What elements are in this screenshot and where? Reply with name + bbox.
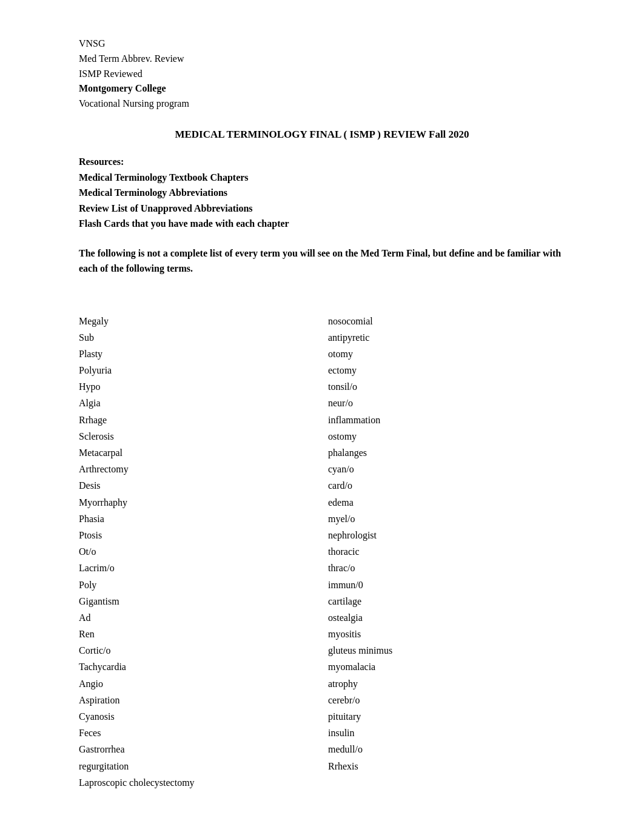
left-term-18: Ad [79,609,322,626]
right-term-13: myel/o [328,511,565,527]
right-term-23: atrophy [328,676,565,692]
header-line4: Montgomery College [79,81,565,96]
right-term-28: Rrhexis [328,758,565,774]
left-term-9: Arthrectomy [79,461,322,477]
left-term-14: Ot/o [79,543,322,560]
header-line3: ISMP Reviewed [79,67,565,82]
right-term-7: inflammation [328,412,565,428]
left-term-22: Angio [79,676,322,692]
left-term-11: Myorrhaphy [79,494,322,511]
left-term-23: Aspiration [79,692,322,708]
right-term-12: edema [328,494,565,511]
right-term-20: myositis [328,626,565,642]
left-term-13: Ptosis [79,527,322,543]
resource-item-1: Medical Terminology Textbook Chapters [79,170,565,186]
resources-label: Resources: [79,156,124,167]
left-term-27: regurgitation [79,758,322,774]
right-term-10: cyan/o [328,461,565,477]
terms-row: MegalySubPlastyPolyuriaHypoAlgiaRrhageSc… [79,313,565,791]
right-term-9: phalanges [328,444,565,461]
right-term-21: gluteus minimus [328,642,565,659]
right-term-15: thoracic [328,543,565,560]
col-right: nosocomialantipyreticotomyectomytonsil/o… [322,313,565,791]
resource-item-2: Medical Terminology Abbreviations [79,185,565,201]
left-term-16: Poly [79,577,322,593]
col-left: MegalySubPlastyPolyuriaHypoAlgiaRrhageSc… [79,313,322,791]
left-term-3: Polyuria [79,362,322,378]
description-block: The following is not a complete list of … [79,246,565,277]
resources-block: Resources: Medical Terminology Textbook … [79,154,565,232]
left-term-2: Plasty [79,346,322,362]
left-term-19: Ren [79,626,322,642]
right-term-0: nosocomial [328,313,565,329]
header-line5: Vocational Nursing program [79,96,565,112]
left-term-0: Megaly [79,313,322,329]
right-term-6: neur/o [328,395,565,411]
left-term-7: Sclerosis [79,428,322,444]
right-term-22: myomalacia [328,659,565,675]
left-term-5: Algia [79,395,322,411]
right-term-18: cartilage [328,593,565,609]
header-block: VNSG Med Term Abbrev. Review ISMP Review… [79,36,565,112]
terms-section: MegalySubPlastyPolyuriaHypoAlgiaRrhageSc… [79,313,565,791]
left-term-15: Lacrim/o [79,560,322,576]
right-term-2: antipyretic [328,329,565,346]
right-term-5: tonsil/o [328,378,565,395]
page-title: MEDICAL TERMINOLOGY FINAL ( ISMP ) REVIE… [79,129,565,141]
right-term-26: insulin [328,725,565,741]
right-term-14: nephrologist [328,527,565,543]
right-term-16: thrac/o [328,560,565,576]
right-term-8: ostomy [328,428,565,444]
left-term-4: Hypo [79,378,322,395]
left-term-17: Gigantism [79,593,322,609]
left-term-10: Desis [79,477,322,494]
left-term-6: Rrhage [79,412,322,428]
right-term-19: ostealgia [328,609,565,626]
left-term-12: Phasia [79,511,322,527]
right-term-25: pituitary [328,708,565,725]
right-term-11: card/o [328,477,565,494]
title-block: MEDICAL TERMINOLOGY FINAL ( ISMP ) REVIE… [79,129,565,141]
left-term-28: Laproscopic cholecystectomy [79,774,322,791]
description-text: The following is not a complete list of … [79,248,561,273]
header-line1: VNSG [79,36,565,52]
left-term-20: Cortic/o [79,642,322,659]
left-term-26: Gastrorrhea [79,741,322,757]
header-line2: Med Term Abbrev. Review [79,52,565,67]
right-term-3: otomy [328,346,565,362]
left-term-21: Tachycardia [79,659,322,675]
left-term-25: Feces [79,725,322,741]
resource-item-3: Review List of Unapproved Abbreviations [79,201,565,216]
right-term-17: immun/0 [328,577,565,593]
resource-item-4: Flash Cards that you have made with each… [79,216,565,232]
right-term-4: ectomy [328,362,565,378]
left-term-8: Metacarpal [79,444,322,461]
right-term-27: medull/o [328,741,565,757]
left-term-1: Sub [79,329,322,346]
left-term-24: Cyanosis [79,708,322,725]
right-term-24: cerebr/o [328,692,565,708]
